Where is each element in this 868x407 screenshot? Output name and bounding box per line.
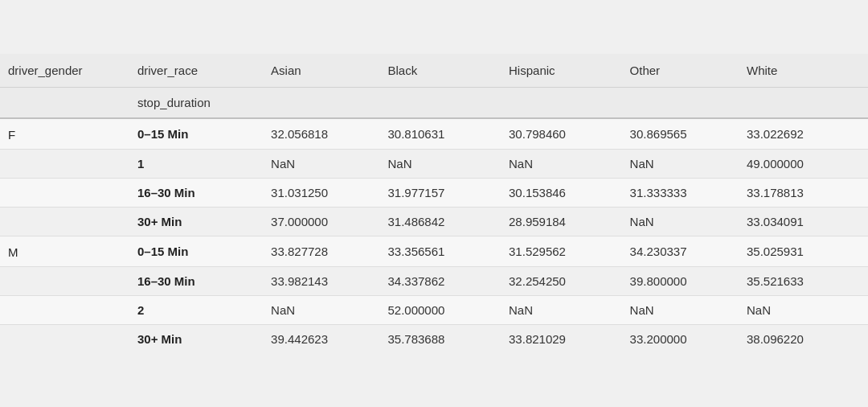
- cell-hispanic: 30.798460: [501, 118, 622, 150]
- subheader-white-empty: [739, 88, 868, 119]
- cell-hispanic: 33.821029: [501, 325, 622, 354]
- cell-black: 31.977157: [379, 179, 501, 208]
- cell-black: 30.810631: [379, 118, 501, 150]
- table-row: 30+ Min39.44262335.78368833.82102933.200…: [0, 325, 868, 354]
- header-white: White: [739, 54, 868, 88]
- cell-hispanic: NaN: [501, 150, 622, 179]
- cell-black: 52.000000: [379, 296, 501, 325]
- cell-other: NaN: [622, 296, 739, 325]
- table-container: driver_gender driver_race Asian Black Hi…: [0, 54, 868, 353]
- cell-black: 34.337862: [379, 267, 501, 296]
- cell-stop: 30+ Min: [129, 325, 263, 354]
- header-other: Other: [622, 54, 739, 88]
- header-row-1: driver_gender driver_race Asian Black Hi…: [0, 54, 868, 88]
- cell-gender: F: [0, 118, 129, 150]
- header-asian: Asian: [263, 54, 379, 88]
- cell-asian: 37.000000: [263, 208, 379, 236]
- cell-gender: [0, 325, 129, 354]
- cell-gender: [0, 179, 129, 208]
- header-gender: driver_gender: [0, 54, 129, 88]
- table-body: F0–15 Min32.05681830.81063130.79846030.8…: [0, 118, 868, 353]
- cell-gender: [0, 208, 129, 236]
- table-row: F0–15 Min32.05681830.81063130.79846030.8…: [0, 118, 868, 150]
- table-row: 16–30 Min33.98214334.33786232.25425039.8…: [0, 267, 868, 296]
- cell-white: 35.025931: [739, 236, 868, 267]
- cell-other: 33.200000: [622, 325, 739, 354]
- cell-gender: M: [0, 236, 129, 267]
- table-row: 30+ Min37.00000031.48684228.959184NaN33.…: [0, 208, 868, 236]
- cell-stop: 0–15 Min: [129, 118, 263, 150]
- cell-stop: 16–30 Min: [129, 179, 263, 208]
- cell-asian: 39.442623: [263, 325, 379, 354]
- cell-hispanic: 30.153846: [501, 179, 622, 208]
- cell-stop: 16–30 Min: [129, 267, 263, 296]
- cell-gender: [0, 150, 129, 179]
- cell-stop: 1: [129, 150, 263, 179]
- cell-white: 33.178813: [739, 179, 868, 208]
- cell-black: 31.486842: [379, 208, 501, 236]
- cell-asian: NaN: [263, 296, 379, 325]
- cell-hispanic: 32.254250: [501, 267, 622, 296]
- subheader-stop-duration: stop_duration: [129, 88, 263, 119]
- cell-asian: 33.827728: [263, 236, 379, 267]
- table-row: 2NaN52.000000NaNNaNNaN: [0, 296, 868, 325]
- table-row: 1NaNNaNNaNNaN49.000000: [0, 150, 868, 179]
- cell-white: 33.034091: [739, 208, 868, 236]
- subheader-other-empty: [622, 88, 739, 119]
- cell-asian: 32.056818: [263, 118, 379, 150]
- cell-gender: [0, 296, 129, 325]
- cell-stop: 2: [129, 296, 263, 325]
- header-row-2: stop_duration: [0, 88, 868, 119]
- subheader-black-empty: [379, 88, 501, 119]
- header-hispanic: Hispanic: [501, 54, 622, 88]
- cell-white: 38.096220: [739, 325, 868, 354]
- cell-stop: 30+ Min: [129, 208, 263, 236]
- cell-stop: 0–15 Min: [129, 236, 263, 267]
- subheader-hispanic-empty: [501, 88, 622, 119]
- cell-white: NaN: [739, 296, 868, 325]
- cell-asian: 31.031250: [263, 179, 379, 208]
- subheader-gender-empty: [0, 88, 129, 119]
- subheader-asian-empty: [263, 88, 379, 119]
- table-row: 16–30 Min31.03125031.97715730.15384631.3…: [0, 179, 868, 208]
- cell-black: 35.783688: [379, 325, 501, 354]
- cell-black: NaN: [379, 150, 501, 179]
- header-black: Black: [379, 54, 501, 88]
- table-row: M0–15 Min33.82772833.35656131.52956234.2…: [0, 236, 868, 267]
- cell-hispanic: 31.529562: [501, 236, 622, 267]
- cell-hispanic: 28.959184: [501, 208, 622, 236]
- data-table: driver_gender driver_race Asian Black Hi…: [0, 54, 868, 353]
- cell-white: 35.521633: [739, 267, 868, 296]
- cell-other: 39.800000: [622, 267, 739, 296]
- cell-white: 33.022692: [739, 118, 868, 150]
- cell-other: NaN: [622, 208, 739, 236]
- cell-asian: NaN: [263, 150, 379, 179]
- cell-other: 30.869565: [622, 118, 739, 150]
- cell-hispanic: NaN: [501, 296, 622, 325]
- cell-white: 49.000000: [739, 150, 868, 179]
- cell-black: 33.356561: [379, 236, 501, 267]
- cell-other: 31.333333: [622, 179, 739, 208]
- cell-other: 34.230337: [622, 236, 739, 267]
- cell-gender: [0, 267, 129, 296]
- header-driver-race: driver_race: [129, 54, 263, 88]
- cell-other: NaN: [622, 150, 739, 179]
- cell-asian: 33.982143: [263, 267, 379, 296]
